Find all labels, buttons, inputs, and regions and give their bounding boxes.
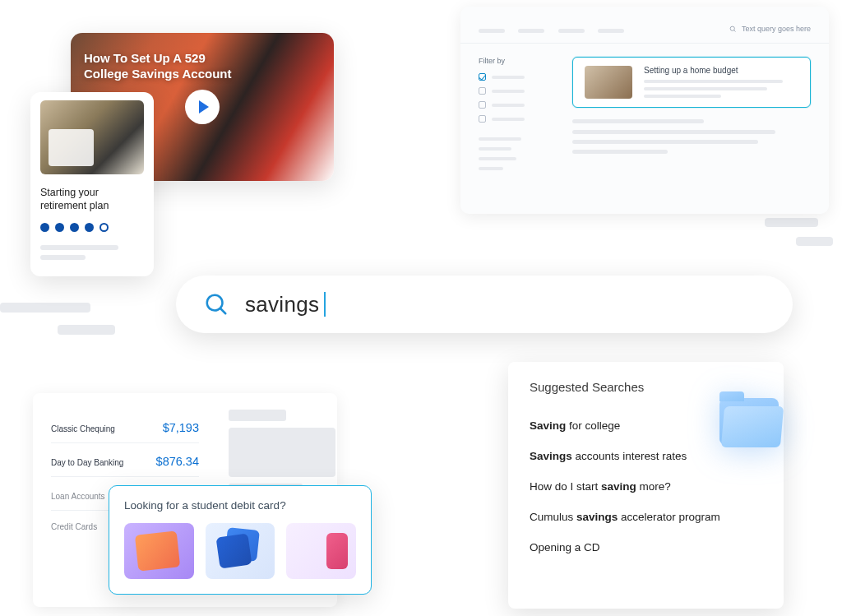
skeleton-line (479, 137, 521, 141)
folder-icon (719, 398, 785, 451)
promo-tile[interactable] (206, 523, 275, 579)
decorative-skeleton (796, 237, 833, 246)
account-label: Loan Accounts (51, 492, 105, 501)
decorative-skeleton (0, 303, 90, 313)
text-cursor (324, 292, 326, 317)
account-label: Classic Chequing (51, 424, 115, 433)
account-row[interactable]: Day to Day Banking $876.34 (51, 443, 199, 477)
retirement-title: Starting your retirement plan (40, 186, 144, 213)
filter-checkbox[interactable] (479, 87, 553, 95)
suggested-item[interactable]: How do I start saving more? (530, 471, 762, 502)
retirement-image (40, 100, 144, 174)
skeleton-tab (558, 29, 585, 33)
filter-label: Filter by (479, 57, 553, 65)
suggested-item[interactable]: Cumulus savings accelerator program (530, 502, 762, 532)
play-button[interactable] (185, 90, 220, 124)
account-label: Credit Cards (51, 522, 97, 531)
skeleton-tab (518, 29, 544, 33)
search-icon (729, 25, 737, 33)
svg-line-3 (220, 308, 225, 313)
skeleton-line (572, 130, 775, 134)
skeleton-line (40, 245, 118, 250)
account-label: Day to Day Banking (51, 458, 123, 467)
play-icon (199, 100, 209, 113)
pager (40, 223, 144, 232)
svg-line-1 (734, 30, 736, 31)
account-amount: $876.34 (156, 455, 199, 468)
suggested-item[interactable]: Opening a CD (530, 532, 762, 563)
filter-checkbox[interactable] (479, 115, 553, 123)
skeleton-line (479, 147, 511, 151)
suggested-searches-panel: Suggested Searches Saving for college Sa… (508, 362, 784, 609)
pager-dot[interactable] (70, 223, 79, 232)
skeleton-line (644, 87, 767, 90)
pager-dot[interactable] (40, 223, 49, 232)
result-thumbnail (585, 66, 632, 99)
account-amount: $7,193 (163, 421, 199, 434)
decorative-skeleton (765, 218, 818, 227)
svg-point-0 (730, 26, 734, 30)
skeleton-line (479, 167, 503, 170)
skeleton-line (572, 150, 668, 154)
filter-window-search-placeholder: Text query goes here (742, 25, 811, 33)
student-card-promo[interactable]: Looking for a student debit card? (109, 485, 372, 595)
pager-dot[interactable] (85, 223, 94, 232)
result-title: Setting up a home budget (644, 66, 798, 75)
skeleton-line (479, 157, 516, 160)
filter-checkbox[interactable] (479, 73, 553, 81)
skeleton-tab (479, 29, 505, 33)
skeleton-line (40, 255, 86, 260)
skeleton-tab (598, 29, 624, 33)
account-row[interactable]: Classic Chequing $7,193 (51, 410, 199, 443)
skeleton-line (644, 95, 721, 98)
filter-sidebar: Filter by (479, 57, 553, 170)
video-title: How To Set Up A 529 College Savings Acco… (84, 51, 240, 82)
filter-window-tabs (479, 21, 634, 36)
filter-window-search[interactable]: Text query goes here (729, 25, 811, 33)
search-input-text: savings (245, 292, 319, 317)
search-icon (204, 292, 229, 317)
promo-tile[interactable] (124, 523, 194, 579)
filter-checkbox[interactable] (479, 101, 553, 109)
retirement-card[interactable]: Starting your retirement plan (30, 92, 154, 276)
search-result-highlighted[interactable]: Setting up a home budget (572, 57, 811, 108)
promo-tile[interactable] (286, 523, 356, 579)
skeleton-line (572, 140, 758, 144)
student-card-title: Looking for a student debit card? (124, 499, 356, 512)
decorative-skeleton (58, 325, 115, 335)
skeleton-line (644, 80, 783, 83)
filter-window: Text query goes here Filter by Setting u… (460, 7, 829, 214)
pager-dot[interactable] (99, 223, 109, 232)
skeleton-line (572, 119, 704, 123)
search-bar[interactable]: savings (176, 276, 793, 333)
divider (460, 43, 829, 44)
pager-dot[interactable] (55, 223, 64, 232)
